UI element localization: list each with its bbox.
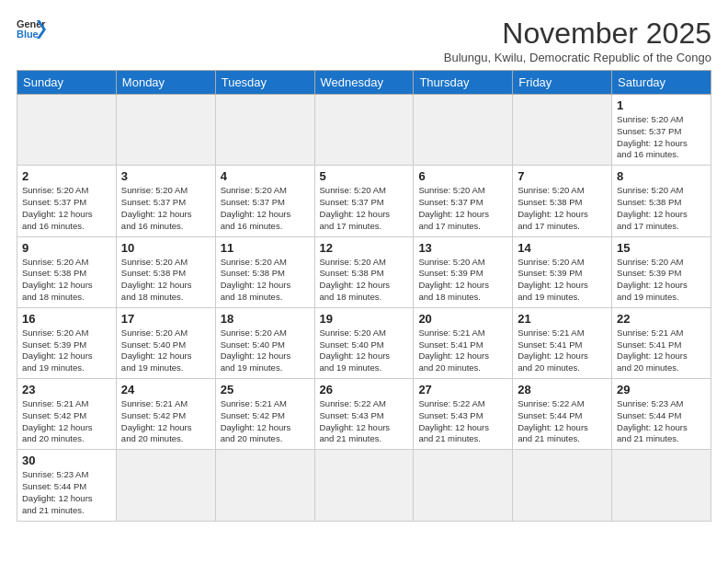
day-info: Sunrise: 5:20 AM Sunset: 5:40 PM Dayligh… xyxy=(121,327,210,374)
day-info: Sunrise: 5:20 AM Sunset: 5:39 PM Dayligh… xyxy=(22,327,111,374)
day-info: Sunrise: 5:22 AM Sunset: 5:43 PM Dayligh… xyxy=(320,398,409,445)
subtitle: Bulungu, Kwilu, Democratic Republic of t… xyxy=(444,51,711,64)
calendar-cell: 16Sunrise: 5:20 AM Sunset: 5:39 PM Dayli… xyxy=(17,307,117,378)
calendar-week-3: 16Sunrise: 5:20 AM Sunset: 5:39 PM Dayli… xyxy=(17,307,711,378)
calendar-cell xyxy=(513,95,612,166)
header-row: Sunday Monday Tuesday Wednesday Thursday… xyxy=(17,71,711,95)
calendar-cell: 21Sunrise: 5:21 AM Sunset: 5:41 PM Dayli… xyxy=(513,307,612,378)
day-info: Sunrise: 5:23 AM Sunset: 5:44 PM Dayligh… xyxy=(617,398,706,445)
day-info: Sunrise: 5:20 AM Sunset: 5:37 PM Dayligh… xyxy=(320,185,409,232)
calendar-cell: 20Sunrise: 5:21 AM Sunset: 5:41 PM Dayli… xyxy=(414,307,513,378)
col-wednesday: Wednesday xyxy=(314,71,414,95)
calendar-week-4: 23Sunrise: 5:21 AM Sunset: 5:42 PM Dayli… xyxy=(17,379,711,450)
day-info: Sunrise: 5:20 AM Sunset: 5:37 PM Dayligh… xyxy=(22,185,111,232)
calendar-cell: 5Sunrise: 5:20 AM Sunset: 5:37 PM Daylig… xyxy=(314,166,414,236)
day-number: 26 xyxy=(320,383,409,396)
day-info: Sunrise: 5:22 AM Sunset: 5:43 PM Dayligh… xyxy=(418,398,507,445)
col-monday: Monday xyxy=(116,71,215,95)
day-info: Sunrise: 5:20 AM Sunset: 5:38 PM Dayligh… xyxy=(518,185,607,232)
calendar-cell xyxy=(116,450,215,521)
day-number: 24 xyxy=(121,383,210,396)
day-info: Sunrise: 5:20 AM Sunset: 5:37 PM Dayligh… xyxy=(221,185,310,232)
day-number: 22 xyxy=(617,312,706,326)
calendar-cell: 15Sunrise: 5:20 AM Sunset: 5:39 PM Dayli… xyxy=(612,236,711,307)
calendar-cell: 24Sunrise: 5:21 AM Sunset: 5:42 PM Dayli… xyxy=(116,379,215,450)
calendar-week-5: 30Sunrise: 5:23 AM Sunset: 5:44 PM Dayli… xyxy=(17,450,711,521)
day-number: 16 xyxy=(22,312,111,326)
day-info: Sunrise: 5:20 AM Sunset: 5:40 PM Dayligh… xyxy=(221,327,310,374)
col-sunday: Sunday xyxy=(17,71,117,95)
day-number: 14 xyxy=(518,241,607,255)
day-number: 21 xyxy=(518,312,607,326)
generalblue-logo-icon: General Blue xyxy=(17,17,46,42)
calendar-cell: 27Sunrise: 5:22 AM Sunset: 5:43 PM Dayli… xyxy=(414,379,513,450)
calendar-cell: 2Sunrise: 5:20 AM Sunset: 5:37 PM Daylig… xyxy=(17,166,117,236)
calendar-cell: 3Sunrise: 5:20 AM Sunset: 5:37 PM Daylig… xyxy=(116,166,215,236)
title-block: November 2025 Bulungu, Kwilu, Democratic… xyxy=(444,17,711,64)
day-number: 29 xyxy=(617,383,706,396)
calendar-cell: 1Sunrise: 5:20 AM Sunset: 5:37 PM Daylig… xyxy=(612,95,711,166)
day-info: Sunrise: 5:21 AM Sunset: 5:41 PM Dayligh… xyxy=(418,327,507,374)
calendar-week-1: 2Sunrise: 5:20 AM Sunset: 5:37 PM Daylig… xyxy=(17,166,711,236)
day-info: Sunrise: 5:21 AM Sunset: 5:42 PM Dayligh… xyxy=(22,398,111,445)
day-info: Sunrise: 5:20 AM Sunset: 5:37 PM Dayligh… xyxy=(418,185,507,232)
page: General Blue November 2025 Bulungu, Kwil… xyxy=(0,0,728,531)
calendar-cell xyxy=(414,450,513,521)
calendar-week-2: 9Sunrise: 5:20 AM Sunset: 5:38 PM Daylig… xyxy=(17,236,711,307)
calendar-cell xyxy=(314,450,414,521)
day-info: Sunrise: 5:20 AM Sunset: 5:38 PM Dayligh… xyxy=(121,257,210,304)
day-number: 8 xyxy=(617,169,706,183)
calendar-cell: 18Sunrise: 5:20 AM Sunset: 5:40 PM Dayli… xyxy=(215,307,314,378)
calendar-cell: 23Sunrise: 5:21 AM Sunset: 5:42 PM Dayli… xyxy=(17,379,117,450)
day-number: 18 xyxy=(221,312,310,326)
day-number: 1 xyxy=(617,98,706,112)
day-number: 6 xyxy=(418,169,507,183)
calendar-cell xyxy=(513,450,612,521)
day-info: Sunrise: 5:21 AM Sunset: 5:42 PM Dayligh… xyxy=(221,398,310,445)
calendar-cell xyxy=(215,450,314,521)
calendar-cell xyxy=(314,95,414,166)
calendar-cell: 4Sunrise: 5:20 AM Sunset: 5:37 PM Daylig… xyxy=(215,166,314,236)
calendar-cell: 17Sunrise: 5:20 AM Sunset: 5:40 PM Dayli… xyxy=(116,307,215,378)
day-info: Sunrise: 5:20 AM Sunset: 5:39 PM Dayligh… xyxy=(418,257,507,304)
calendar-cell: 30Sunrise: 5:23 AM Sunset: 5:44 PM Dayli… xyxy=(17,450,117,521)
day-number: 25 xyxy=(221,383,310,396)
day-info: Sunrise: 5:20 AM Sunset: 5:37 PM Dayligh… xyxy=(617,114,706,161)
calendar-cell: 9Sunrise: 5:20 AM Sunset: 5:38 PM Daylig… xyxy=(17,236,117,307)
day-number: 28 xyxy=(518,383,607,396)
day-info: Sunrise: 5:20 AM Sunset: 5:38 PM Dayligh… xyxy=(617,185,706,232)
col-friday: Friday xyxy=(513,71,612,95)
col-tuesday: Tuesday xyxy=(215,71,314,95)
day-info: Sunrise: 5:20 AM Sunset: 5:39 PM Dayligh… xyxy=(617,257,706,304)
day-number: 11 xyxy=(221,241,310,255)
day-number: 3 xyxy=(121,169,210,183)
day-number: 9 xyxy=(22,241,111,255)
calendar-cell: 22Sunrise: 5:21 AM Sunset: 5:41 PM Dayli… xyxy=(612,307,711,378)
day-info: Sunrise: 5:20 AM Sunset: 5:37 PM Dayligh… xyxy=(121,185,210,232)
day-number: 4 xyxy=(221,169,310,183)
day-info: Sunrise: 5:21 AM Sunset: 5:41 PM Dayligh… xyxy=(617,327,706,374)
day-info: Sunrise: 5:20 AM Sunset: 5:38 PM Dayligh… xyxy=(320,257,409,304)
day-number: 5 xyxy=(320,169,409,183)
month-title: November 2025 xyxy=(444,17,711,51)
col-saturday: Saturday xyxy=(612,71,711,95)
day-info: Sunrise: 5:20 AM Sunset: 5:39 PM Dayligh… xyxy=(518,257,607,304)
calendar-cell: 29Sunrise: 5:23 AM Sunset: 5:44 PM Dayli… xyxy=(612,379,711,450)
svg-text:Blue: Blue xyxy=(17,29,39,40)
day-info: Sunrise: 5:23 AM Sunset: 5:44 PM Dayligh… xyxy=(22,469,111,516)
calendar-cell: 14Sunrise: 5:20 AM Sunset: 5:39 PM Dayli… xyxy=(513,236,612,307)
calendar-week-0: 1Sunrise: 5:20 AM Sunset: 5:37 PM Daylig… xyxy=(17,95,711,166)
calendar-cell: 12Sunrise: 5:20 AM Sunset: 5:38 PM Dayli… xyxy=(314,236,414,307)
calendar: Sunday Monday Tuesday Wednesday Thursday… xyxy=(17,70,711,522)
day-number: 19 xyxy=(320,312,409,326)
day-number: 30 xyxy=(22,454,111,467)
day-number: 10 xyxy=(121,241,210,255)
day-info: Sunrise: 5:20 AM Sunset: 5:38 PM Dayligh… xyxy=(22,257,111,304)
calendar-cell xyxy=(215,95,314,166)
calendar-header: Sunday Monday Tuesday Wednesday Thursday… xyxy=(17,71,711,95)
day-number: 15 xyxy=(617,241,706,255)
day-info: Sunrise: 5:21 AM Sunset: 5:42 PM Dayligh… xyxy=(121,398,210,445)
calendar-cell xyxy=(17,95,117,166)
calendar-cell: 26Sunrise: 5:22 AM Sunset: 5:43 PM Dayli… xyxy=(314,379,414,450)
calendar-cell xyxy=(116,95,215,166)
